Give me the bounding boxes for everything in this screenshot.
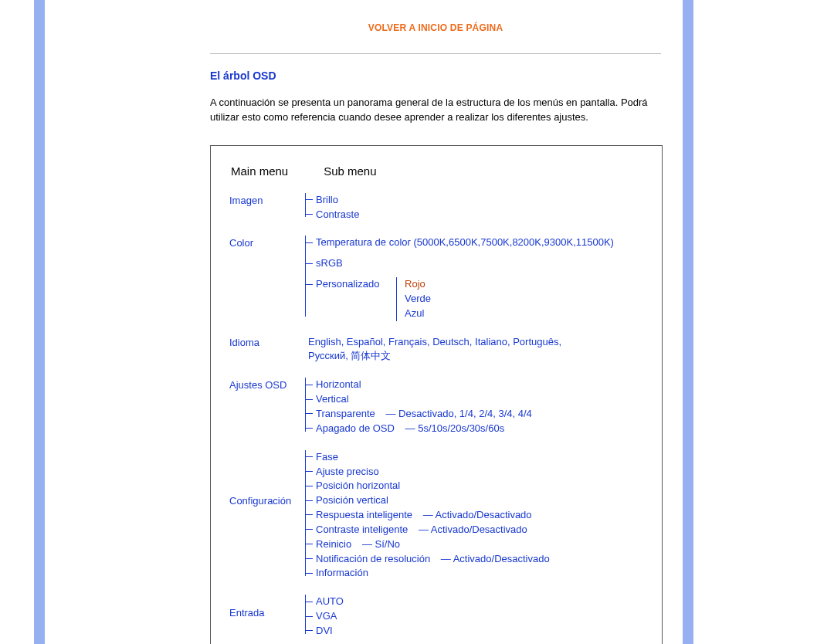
item-rojo: Rojo [405, 277, 431, 292]
menu-configuracion: Configuración [225, 450, 305, 507]
section-title: El árbol OSD [210, 69, 661, 82]
main-menu-header: Main menu [231, 164, 314, 178]
item-auto: AUTO [316, 595, 648, 609]
decoration-left-rail [34, 0, 45, 644]
item-respuesta-row: Respuesta inteligente — Activado/Desacti… [316, 508, 648, 523]
menu-imagen: Imagen [225, 193, 305, 206]
item-vga: VGA [316, 609, 648, 624]
menu-headers: Main menu Sub menu [225, 164, 648, 178]
item-notif-row: Notificación de resolución — Activado/De… [316, 552, 648, 567]
item-apagado-row: Apagado de OSD — 5s/10s/20s/30s/60s [316, 422, 648, 436]
item-contraste-row: Contraste inteligente — Activado/Desacti… [316, 523, 648, 537]
item-transparente: Transparente [316, 408, 375, 419]
submenu-ajustes-osd: Horizontal Vertical Transparente — Desac… [305, 378, 648, 436]
item-respuesta-val: Activado/Desactivado [436, 509, 532, 520]
item-brillo: Brillo [316, 193, 648, 208]
item-contraste: Contraste [316, 208, 648, 222]
menu-idioma: Idioma [225, 335, 305, 348]
item-reinicio-row: Reinicio — Sí/No [316, 537, 648, 552]
submenu-entrada: AUTO VGA DVI [305, 595, 648, 639]
content-area: VOLVER A INICIO DE PÁGINA El árbol OSD A… [210, 22, 661, 644]
item-fase: Fase [316, 450, 648, 465]
submenu-configuracion: Fase Ajuste preciso Posición horizontal … [305, 450, 648, 581]
item-verde: Verde [405, 292, 431, 307]
idioma-line2: Русский, 简体中文 [308, 350, 391, 361]
submenu-idioma: English, Español, Français, Deutsch, Ita… [305, 335, 648, 364]
sub-menu-header: Sub menu [324, 164, 376, 178]
menu-ajustes-osd: Ajustes OSD [225, 378, 305, 391]
menu-color: Color [225, 236, 305, 249]
item-notif-val: Activado/Desactivado [453, 553, 550, 564]
item-pos-vertical: Posición vertical [316, 493, 648, 508]
item-reinicio: Reinicio [316, 538, 351, 550]
item-ajuste-preciso: Ajuste preciso [316, 465, 648, 480]
decoration-right-rail [683, 0, 693, 644]
submenu-imagen: Brillo Contraste [305, 193, 648, 222]
item-apagado: Apagado de OSD [316, 422, 395, 434]
item-transparente-row: Transparente — Desactivado, 1/4, 2/4, 3/… [316, 407, 648, 422]
item-respuesta: Respuesta inteligente [316, 509, 412, 520]
item-informacion: Información [316, 566, 648, 581]
item-apagado-vals: 5s/10s/20s/30s/60s [418, 422, 504, 434]
back-to-top-link[interactable]: VOLVER A INICIO DE PÁGINA [368, 22, 503, 33]
item-transparente-vals: Desactivado, 1/4, 2/4, 3/4, 4/4 [398, 408, 532, 419]
submenu-color: Temperatura de color (5000K,6500K,7500K,… [305, 236, 648, 320]
item-personalizado-row: Personalizado Rojo Verde Azul [316, 277, 648, 321]
item-vertical: Vertical [316, 392, 648, 407]
item-pos-horizontal: Posición horizontal [316, 479, 648, 493]
item-temperatura: Temperatura de color (5000K,6500K,7500K,… [316, 236, 648, 250]
item-reinicio-val: Sí/No [375, 538, 401, 550]
item-dvi: DVI [316, 624, 648, 639]
item-contraste-int: Contraste inteligente [316, 524, 408, 535]
item-horizontal: Horizontal [316, 378, 648, 392]
item-notif: Notificación de resolución [316, 553, 430, 564]
item-azul: Azul [405, 307, 431, 321]
rgb-block: Rojo Verde Azul [396, 277, 431, 321]
divider [210, 53, 661, 54]
page: VOLVER A INICIO DE PÁGINA El árbol OSD A… [0, 0, 834, 644]
item-srgb: sRGB [316, 256, 648, 271]
item-personalizado: Personalizado [316, 278, 379, 290]
menu-entrada: Entrada [225, 595, 305, 619]
intro-text: A continuación se presenta un panorama g… [210, 96, 661, 125]
osd-tree-panel: Main menu Sub menu Imagen Brillo Contras… [210, 145, 663, 644]
idioma-line1: English, Español, Français, Deutsch, Ita… [308, 336, 561, 347]
item-contraste-val: Activado/Desactivado [431, 524, 527, 535]
